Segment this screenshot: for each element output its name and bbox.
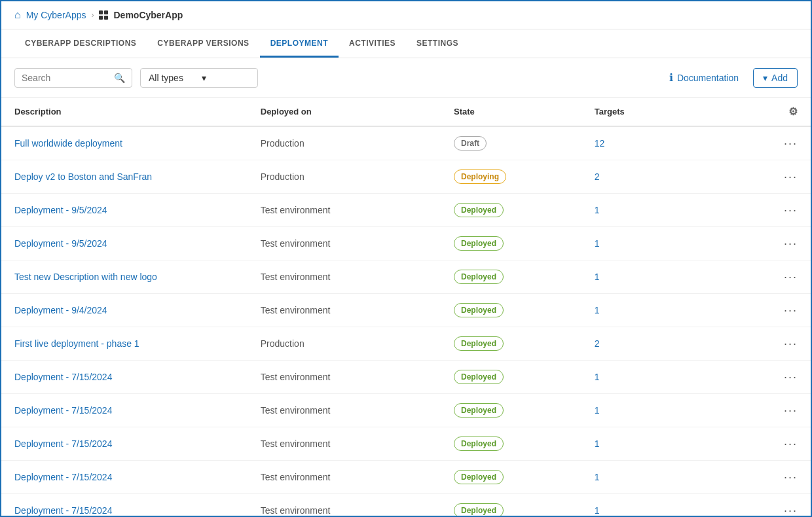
cell-targets[interactable]: 1 [581, 294, 757, 327]
cell-description[interactable]: Deployment - 7/15/2024 [1, 361, 248, 394]
cell-state: Deployed [441, 194, 581, 227]
cell-state: Draft [441, 126, 581, 160]
cell-description[interactable]: Deployment - 9/4/2024 [1, 294, 248, 327]
cell-actions[interactable]: ··· [757, 126, 811, 160]
row-actions-menu[interactable]: ··· [784, 304, 798, 317]
row-actions-menu[interactable]: ··· [784, 370, 798, 383]
cell-description[interactable]: First live deployment - phase 1 [1, 327, 248, 361]
cell-actions[interactable]: ··· [757, 227, 811, 260]
row-actions-menu[interactable]: ··· [784, 204, 798, 217]
cell-deployed-on: Test environment [248, 227, 441, 260]
table-row: Deployment - 9/5/2024 Test environment D… [1, 194, 811, 227]
table-row: Deployment - 7/15/2024 Test environment … [1, 461, 811, 494]
cell-deployed-on: Test environment [248, 461, 441, 494]
row-actions-menu[interactable]: ··· [784, 270, 798, 283]
cell-actions[interactable]: ··· [757, 427, 811, 461]
table-row: First live deployment - phase 1 Producti… [1, 327, 811, 361]
cell-description[interactable]: Full worldwide deployment [1, 126, 248, 160]
cell-description[interactable]: Test new Description with new logo [1, 260, 248, 294]
row-actions-menu[interactable]: ··· [784, 137, 798, 150]
table-row: Deployment - 7/15/2024 Test environment … [1, 361, 811, 394]
cell-actions[interactable]: ··· [757, 260, 811, 294]
cell-deployed-on: Test environment [248, 394, 441, 427]
col-header-settings[interactable]: ⚙ [757, 98, 811, 126]
cell-description[interactable]: Deployment - 7/15/2024 [1, 461, 248, 494]
add-button[interactable]: ▾ Add [753, 68, 798, 88]
cell-description[interactable]: Deployment - 7/15/2024 [1, 427, 248, 461]
cell-targets[interactable]: 1 [581, 194, 757, 227]
cell-actions[interactable]: ··· [757, 361, 811, 394]
cell-targets[interactable]: 1 [581, 361, 757, 394]
cell-deployed-on: Production [248, 327, 441, 361]
cell-targets[interactable]: 1 [581, 427, 757, 461]
cell-actions[interactable]: ··· [757, 394, 811, 427]
cell-targets[interactable]: 12 [581, 126, 757, 160]
breadcrumb-current-app: DemoCyberApp [113, 10, 183, 20]
table-row: Deployment - 9/5/2024 Test environment D… [1, 227, 811, 260]
cell-targets[interactable]: 1 [581, 227, 757, 260]
type-filter-label: All types [149, 73, 196, 83]
cell-state: Deploying [441, 160, 581, 194]
cell-state: Deployed [441, 461, 581, 494]
table-settings-icon[interactable]: ⚙ [788, 106, 798, 117]
row-actions-menu[interactable]: ··· [784, 471, 798, 484]
breadcrumb-separator: › [91, 10, 94, 20]
cell-targets[interactable]: 1 [581, 494, 757, 516]
table-row: Deployment - 7/15/2024 Test environment … [1, 394, 811, 427]
cell-actions[interactable]: ··· [757, 160, 811, 194]
documentation-label: Documentation [677, 73, 739, 83]
cell-actions[interactable]: ··· [757, 294, 811, 327]
state-badge: Deployed [454, 503, 504, 516]
state-badge: Draft [454, 136, 487, 151]
add-label: Add [771, 73, 788, 83]
row-actions-menu[interactable]: ··· [784, 337, 798, 350]
documentation-button[interactable]: ℹ Documentation [663, 67, 745, 88]
row-actions-menu[interactable]: ··· [784, 237, 798, 250]
tab-cyberapp-descriptions[interactable]: CYBERAPP DESCRIPTIONS [14, 29, 147, 58]
type-filter-dropdown[interactable]: All types ▾ [140, 68, 258, 88]
cell-deployed-on: Production [248, 126, 441, 160]
state-badge: Deployed [454, 303, 504, 317]
table-row: Full worldwide deployment Production Dra… [1, 126, 811, 160]
cell-targets[interactable]: 2 [581, 160, 757, 194]
cell-deployed-on: Test environment [248, 194, 441, 227]
cell-description[interactable]: Deployment - 7/15/2024 [1, 494, 248, 516]
dropdown-arrow-icon: ▾ [202, 73, 249, 83]
cell-actions[interactable]: ··· [757, 194, 811, 227]
table-row: Deployment - 9/4/2024 Test environment D… [1, 294, 811, 327]
cell-description[interactable]: Deployment - 9/5/2024 [1, 194, 248, 227]
col-header-deployed-on: Deployed on [248, 98, 441, 126]
cell-actions[interactable]: ··· [757, 494, 811, 516]
state-badge: Deployed [454, 437, 504, 451]
cell-deployed-on: Test environment [248, 260, 441, 294]
cell-targets[interactable]: 1 [581, 260, 757, 294]
cell-targets[interactable]: 1 [581, 461, 757, 494]
row-actions-menu[interactable]: ··· [784, 170, 798, 183]
app-container: ⌂ My CyberApps › DemoCyberApp CYBERAPP D… [0, 0, 812, 517]
row-actions-menu[interactable]: ··· [784, 437, 798, 450]
search-input[interactable] [22, 73, 110, 83]
cell-description[interactable]: Deployment - 7/15/2024 [1, 394, 248, 427]
cell-targets[interactable]: 1 [581, 394, 757, 427]
col-header-description: Description [1, 98, 248, 126]
breadcrumb-home-link[interactable]: My CyberApps [26, 10, 86, 20]
cell-targets[interactable]: 2 [581, 327, 757, 361]
search-box[interactable]: 🔍 [14, 68, 132, 88]
row-actions-menu[interactable]: ··· [784, 404, 798, 417]
tab-settings[interactable]: SETTINGS [406, 29, 469, 58]
nav-tabs: CYBERAPP DESCRIPTIONS CYBERAPP VERSIONS … [1, 29, 811, 58]
cell-description[interactable]: Deployment - 9/5/2024 [1, 227, 248, 260]
tab-deployment[interactable]: DEPLOYMENT [260, 29, 339, 58]
cell-deployed-on: Test environment [248, 494, 441, 516]
state-badge: Deployed [454, 370, 504, 384]
cell-state: Deployed [441, 260, 581, 294]
cell-actions[interactable]: ··· [757, 327, 811, 361]
row-actions-menu[interactable]: ··· [784, 504, 798, 516]
tab-cyberapp-versions[interactable]: CYBERAPP VERSIONS [147, 29, 259, 58]
cell-actions[interactable]: ··· [757, 461, 811, 494]
tab-activities[interactable]: ACTIVITIES [339, 29, 406, 58]
cell-state: Deployed [441, 361, 581, 394]
cell-state: Deployed [441, 294, 581, 327]
cell-description[interactable]: Deploy v2 to Boston and SanFran [1, 160, 248, 194]
toolbar: 🔍 All types ▾ ℹ Documentation ▾ Add [1, 58, 811, 98]
